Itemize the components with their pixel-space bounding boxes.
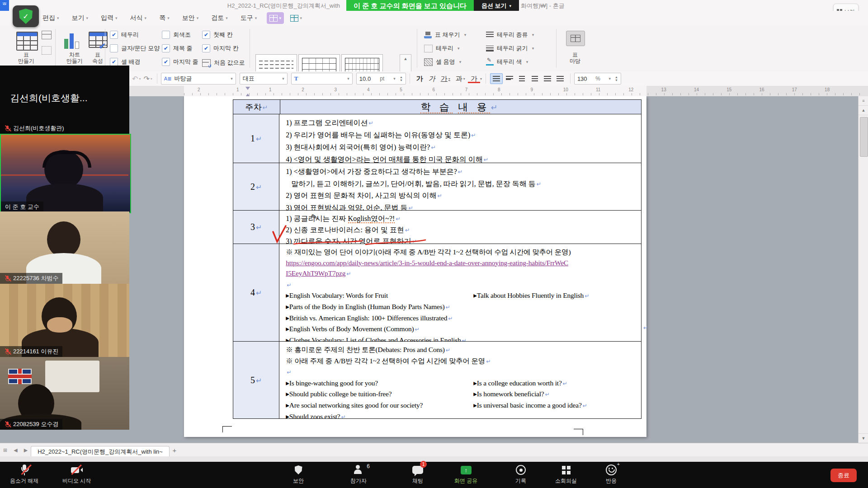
chevron-down-icon: ▾ <box>279 16 281 20</box>
record-button[interactable]: 기록 <box>515 464 526 485</box>
align-right-button[interactable] <box>529 74 541 84</box>
add-tab-button[interactable]: + <box>170 446 179 454</box>
menu-input[interactable]: 입력▾ <box>94 11 124 25</box>
checkbox-border[interactable]: 테두리 <box>110 31 139 39</box>
scroll-split-button[interactable]: ≡ <box>859 96 868 106</box>
scroll-up-button[interactable]: ▲ <box>859 106 868 115</box>
participant-tile[interactable]: 22082539 오수경 <box>0 357 129 430</box>
doc-line: ▸Parts of the Body in English (Human Bod… <box>286 301 641 313</box>
participant-tile-video-off[interactable]: 김선희(비호생활... 김선희(비호생활관) <box>0 66 129 134</box>
table-properties-label: 표속성 <box>82 52 113 64</box>
distribute-icon <box>544 76 551 81</box>
breakout-rooms-button[interactable]: 소회의실 <box>555 464 577 485</box>
vertical-scrollbar[interactable]: ≡ ▲ ▼ <box>858 96 868 443</box>
table-edit-icon[interactable] <box>42 31 52 39</box>
align-left-button[interactable] <box>504 74 515 84</box>
align-divide-button[interactable] <box>554 74 566 84</box>
checkbox-char-shape[interactable]: 글자/문단 모양 <box>110 44 160 52</box>
horizontal-ruler[interactable]: 21123456789101112131415161718 <box>0 86 868 97</box>
header-content-cell: 학 습 내 용 <box>280 100 641 114</box>
underline-button[interactable]: 가▾ <box>438 75 453 83</box>
mic-off-icon <box>4 125 10 131</box>
participant-tile[interactable]: 22225736 차범수 <box>0 211 129 284</box>
ruler-number: 13 <box>661 87 666 92</box>
menu-edit[interactable]: 편집▾ <box>36 11 66 25</box>
align-justify-button[interactable] <box>490 73 503 84</box>
undo-icon[interactable]: ↶ <box>132 75 138 83</box>
security-button[interactable]: 보안 <box>293 464 304 485</box>
make-chart-icon[interactable] <box>64 32 84 49</box>
font-color-button[interactable]: 과▾ <box>453 75 468 83</box>
chat-button[interactable]: 1 채팅 <box>412 464 423 485</box>
checkbox-header-row[interactable]: 제목 줄 <box>162 44 193 52</box>
menu-tools[interactable]: 도구▾ <box>234 11 264 25</box>
font-family-select[interactable]: T ▾ <box>291 73 353 84</box>
table-layout-tab[interactable]: ▾ <box>288 12 305 24</box>
security-tray-icon[interactable]: ✓ <box>13 5 39 27</box>
checkbox-grayscale[interactable]: 회색조 <box>162 31 191 39</box>
border-color-button[interactable]: 테두리 색▾ <box>486 58 528 66</box>
hyperlink[interactable]: https://engoo.com/app/daily-news/article… <box>286 259 568 267</box>
table-erase-icon[interactable] <box>42 46 52 55</box>
share-screen-button[interactable]: ↑ 화면 공유 <box>454 464 477 485</box>
menu-review[interactable]: 검토▾ <box>205 11 234 25</box>
chevron-down-icon: ▾ <box>115 16 118 20</box>
table-fill-button[interactable]: 표 채우기▾ <box>424 31 466 39</box>
font-size-input[interactable]: 10.0 pt ▾ ▲▼ <box>356 73 406 84</box>
checkbox-first-col[interactable]: 첫째 칸 <box>202 31 233 39</box>
menu-security[interactable]: 보안▾ <box>176 11 205 25</box>
border-button[interactable]: 테두리▾ <box>424 44 460 52</box>
reset-values-button[interactable]: 처음 값으로 <box>202 59 245 67</box>
menu-page[interactable]: 쪽▾ <box>153 11 176 25</box>
page-view-icon[interactable]: ⊞ <box>0 447 10 453</box>
scrollbar-thumb[interactable] <box>860 117 868 157</box>
scroll-up-icon[interactable]: ▲ <box>404 56 408 61</box>
insert-table-icon[interactable] <box>16 32 38 51</box>
start-video-button[interactable]: 비디오 시작 <box>62 464 91 485</box>
border-kind-button[interactable]: 테두리 종류▾ <box>486 31 534 39</box>
redo-icon[interactable]: ↷ <box>143 75 149 83</box>
table-template-icon <box>566 31 585 46</box>
checkbox-last-row[interactable]: 마지막 줄 <box>162 58 198 66</box>
align-center-icon <box>519 76 525 81</box>
highlight-color-button[interactable]: 가 <box>468 75 480 83</box>
participant-tile[interactable]: 22214161 이유진 <box>0 284 129 357</box>
leave-meeting-button[interactable]: 종료 <box>830 469 857 482</box>
participants-button[interactable]: 6 참가자 <box>350 464 367 485</box>
bold-button[interactable]: 가 <box>414 75 426 83</box>
paragraph-style-select[interactable]: A≣ 바탕글▾ <box>161 73 236 84</box>
border-width-button[interactable]: 테두리 굵기▾ <box>486 44 534 52</box>
checkbox-cell-bg[interactable]: 셀 배경 <box>110 58 141 66</box>
reactions-button[interactable]: + 반응 <box>606 464 617 485</box>
view-options-button[interactable]: 옵션 보기▾ <box>474 0 519 12</box>
chevron-down-icon: ▾ <box>282 76 284 81</box>
document-tab[interactable]: H2_2022~1_RC(영미문행_강의계획서_with lin~ <box>31 446 170 457</box>
cell-shade-button[interactable]: 셀 음영▾ <box>424 58 461 66</box>
preset-select[interactable]: 대표▾ <box>240 73 288 84</box>
doc-line: https://engoo.com/app/daily-news/article… <box>286 258 641 268</box>
participant-tile-active[interactable]: 이 준 호 교수 <box>0 134 131 213</box>
hyperlink[interactable]: I5EeyAhT9WpT7pzg <box>286 269 345 277</box>
last-tab-icon[interactable]: ▶ <box>21 447 31 453</box>
table-design-tab[interactable]: ▾ <box>267 12 284 24</box>
align-distribute-button[interactable] <box>542 74 553 84</box>
unmute-button[interactable]: 음소거 해제 <box>10 464 38 485</box>
chevron-down-icon: ▾ <box>197 16 199 20</box>
participant-display-name: 김선희(비호생활... <box>10 92 88 104</box>
zoom-spinner[interactable]: ▲▼ <box>615 75 618 82</box>
first-tab-icon[interactable]: ◀ <box>10 447 20 453</box>
menu-view[interactable]: 보기▾ <box>66 11 95 25</box>
align-center-button[interactable] <box>516 74 528 84</box>
size-spinner[interactable]: ▲▼ <box>400 75 403 82</box>
participant-name-label: 22082539 오수경 <box>0 419 62 430</box>
table-madang-button[interactable] <box>566 31 585 46</box>
chevron-down-icon: ▾ <box>57 16 59 20</box>
menu-format[interactable]: 서식▾ <box>124 11 153 25</box>
scroll-down-button[interactable]: ▼ <box>859 433 868 443</box>
checkbox-last-col[interactable]: 마지막 칸 <box>202 44 239 52</box>
zoom-level-input[interactable]: 130 % ▾ ▲▼ <box>574 73 621 84</box>
italic-button[interactable]: 가 <box>426 75 438 83</box>
table-madang-label: 표마당 <box>559 52 591 64</box>
pen-color-icon <box>486 59 494 66</box>
doc-line: ▸Should public college be tuition-free?▸… <box>286 389 641 400</box>
